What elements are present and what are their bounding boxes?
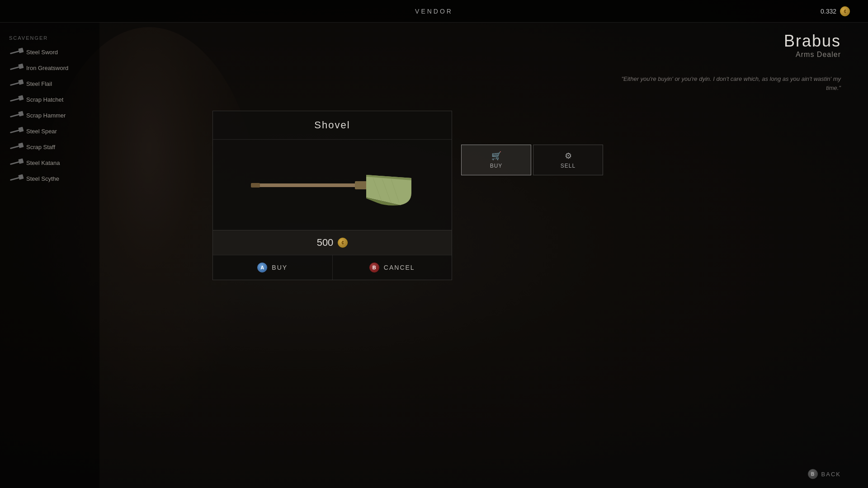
list-item[interactable]: Steel Spear <box>0 123 99 139</box>
item-image-area <box>213 140 452 230</box>
vendor-quote: "Either you're buyin' or you're dyin. I … <box>606 75 841 92</box>
item-category-label: Scavenger <box>0 32 99 44</box>
buy-button-label: BUY <box>272 264 288 271</box>
item-label: Steel Flail <box>26 80 52 87</box>
price-coin-icon: ₵ <box>338 238 348 248</box>
item-label: Steel Sword <box>26 49 58 56</box>
vendor-name: Brabus <box>784 32 841 51</box>
price-value: 500 <box>317 237 334 249</box>
currency-display: 0.332 ₵ <box>821 6 850 16</box>
item-label: Scrap Hammer <box>26 112 66 119</box>
item-display-name: Shovel <box>314 119 350 131</box>
back-button[interactable]: B Back <box>808 469 841 479</box>
item-mode-tabs: 🛒 Buy ⚙ Sell <box>461 145 603 175</box>
item-label: Scrap Staff <box>26 144 55 150</box>
currency-amount: 0.332 <box>821 8 836 15</box>
greatsword-icon <box>10 66 21 70</box>
sword-icon <box>10 50 21 54</box>
back-button-symbol: B <box>808 469 818 479</box>
buy-button-symbol: A <box>257 263 267 272</box>
item-detail-panel: Shovel 500 ₵ <box>212 111 452 280</box>
spear-icon <box>10 129 21 133</box>
flail-icon <box>10 82 21 86</box>
sell-tab-label: Sell <box>561 163 576 169</box>
buy-button[interactable]: A BUY <box>213 255 333 280</box>
buy-tab-label: Buy <box>490 163 503 169</box>
list-item[interactable]: Steel Katana <box>0 155 99 171</box>
list-item[interactable]: Scrap Staff <box>0 139 99 155</box>
buy-tab-icon: 🛒 <box>491 151 501 161</box>
cancel-button[interactable]: B CANCEL <box>333 255 452 280</box>
action-bar: A BUY B CANCEL <box>213 255 452 280</box>
currency-icon: ₵ <box>840 6 850 16</box>
vendor-role: Arms Dealer <box>784 51 841 59</box>
list-item[interactable]: Iron Greatsword <box>0 60 99 76</box>
list-item[interactable]: Scrap Hatchet <box>0 92 99 108</box>
tab-sell[interactable]: ⚙ Sell <box>533 145 603 175</box>
katana-icon <box>10 161 21 165</box>
hammer-icon <box>10 113 21 117</box>
shovel-image <box>246 158 418 212</box>
item-label: Steel Scythe <box>26 175 59 182</box>
staff-icon <box>10 145 21 149</box>
vendor-info: Brabus Arms Dealer <box>784 32 841 59</box>
cancel-button-label: CANCEL <box>384 264 415 271</box>
item-label: Scrap Hatchet <box>26 96 63 103</box>
top-bar: VENDOR 0.332 ₵ <box>0 0 868 23</box>
item-label: Steel Spear <box>26 128 57 135</box>
back-button-label: Back <box>821 471 841 478</box>
svg-rect-0 <box>251 183 359 187</box>
tab-buy[interactable]: 🛒 Buy <box>461 145 531 175</box>
list-item[interactable]: Scrap Hammer <box>0 108 99 123</box>
vendor-title-label: VENDOR <box>415 8 453 15</box>
scythe-icon <box>10 177 21 181</box>
item-label: Iron Greatsword <box>26 65 68 71</box>
item-title-bar: Shovel <box>213 111 452 140</box>
sell-tab-icon: ⚙ <box>565 151 572 161</box>
list-item[interactable]: Steel Flail <box>0 76 99 92</box>
cancel-button-symbol: B <box>369 263 379 272</box>
price-bar: 500 ₵ <box>213 230 452 255</box>
item-list-sidebar: Scavenger Steel Sword Iron Greatsword St… <box>0 23 99 488</box>
svg-rect-1 <box>251 183 260 188</box>
list-item[interactable]: Steel Scythe <box>0 171 99 187</box>
list-item[interactable]: Steel Sword <box>0 44 99 60</box>
item-label: Steel Katana <box>26 160 60 166</box>
hatchet-icon <box>10 98 21 102</box>
